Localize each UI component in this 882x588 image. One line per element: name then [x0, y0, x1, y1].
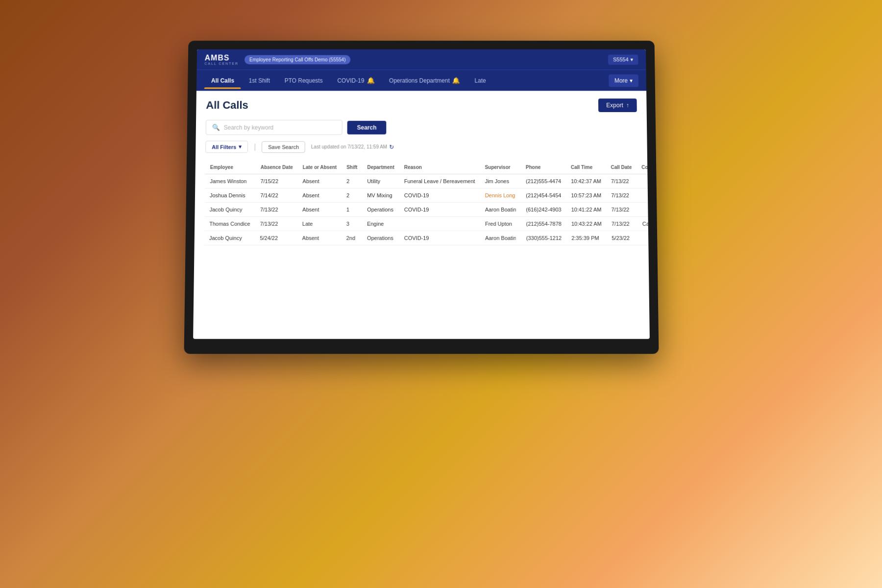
nav-more-label: More [614, 77, 628, 84]
supervisor-link[interactable]: Dennis Long [485, 192, 515, 198]
cell-reason: Funeral Leave / Bereavement [399, 174, 480, 188]
table-header-row: Employee Absence Date Late or Absent Shi… [205, 161, 650, 174]
cell-shift: 3 [342, 217, 362, 231]
cell-supervisor: Aaron Boatin [480, 231, 521, 245]
main-content: All Calls Export ↑ 🔍 Search by keyword S… [194, 91, 648, 253]
logo: AMBS CALL CENTER [204, 54, 239, 65]
table-row: Joshua Dennis 7/14/22 Absent 2 MV Mixing… [205, 188, 650, 203]
cell-reason: COVID-19 [399, 202, 480, 216]
cell-call-date: 5/23/22 [607, 231, 637, 245]
nav-label-all-calls: All Calls [211, 77, 234, 84]
cell-employee: Jacob Quincy [204, 202, 255, 216]
cell-supervisor: Aaron Boatin [480, 202, 521, 216]
covid19-bell-icon: 🔔 [367, 77, 374, 84]
col-header-call-date: Call Date [606, 161, 637, 174]
cell-comments [637, 174, 649, 188]
nav-item-pto-requests[interactable]: PTO Requests [278, 73, 330, 88]
all-filters-label: All Filters [212, 144, 236, 150]
cell-call-date: 7/13/22 [607, 217, 637, 231]
operations-bell-icon: 🔔 [452, 77, 460, 84]
nav-item-covid19[interactable]: COVID-19 🔔 [330, 73, 381, 88]
nav-label-covid19: COVID-19 [337, 77, 364, 84]
cell-employee: James Winston [205, 174, 255, 188]
cell-phone: (330)555-1212 [521, 231, 567, 245]
export-button[interactable]: Export ↑ [598, 98, 637, 112]
all-filters-button[interactable]: All Filters ▾ [205, 141, 248, 153]
nav-label-operations: Operations Department [389, 77, 450, 84]
cell-comments [637, 231, 650, 245]
col-header-late-or-absent: Late or Absent [298, 161, 342, 174]
cell-employee: Thomas Condice [204, 217, 255, 231]
logo-sub: CALL CENTER [204, 62, 239, 65]
search-input[interactable]: Search by keyword [224, 124, 274, 131]
nav-more-button[interactable]: More ▾ [609, 74, 638, 87]
refresh-icon[interactable]: ↻ [389, 143, 394, 150]
laptop-screen: AMBS CALL CENTER Employee Reporting Call… [184, 41, 659, 354]
logo-area: AMBS CALL CENTER Employee Reporting Call… [204, 54, 350, 65]
laptop-wrapper: AMBS CALL CENTER Employee Reporting Call… [186, 39, 701, 480]
filter-dropdown-icon: ▾ [239, 143, 242, 150]
cell-comments [637, 202, 650, 216]
cell-late-or-absent: Absent [297, 202, 342, 216]
demo-badge: Employee Reporting Call Offs Demo (55554… [245, 55, 351, 64]
nav-more-dropdown-icon: ▾ [630, 77, 633, 84]
cell-call-date: 7/13/22 [606, 202, 637, 216]
cell-comments [637, 188, 650, 203]
cell-reason [399, 217, 480, 231]
app-header: AMBS CALL CENTER Employee Reporting Call… [196, 49, 646, 70]
cell-phone: (212)554-7878 [521, 217, 567, 231]
cell-shift: 1 [342, 202, 362, 216]
page-header: All Calls Export ↑ [206, 98, 637, 112]
nav-item-1st-shift[interactable]: 1st Shift [242, 73, 277, 88]
save-search-button[interactable]: Save Search [262, 141, 305, 153]
cell-employee: Joshua Dennis [205, 188, 255, 203]
table-row: Thomas Condice 7/13/22 Late 3 Engine Fre… [204, 217, 650, 231]
cell-late-or-absent: Absent [297, 174, 342, 188]
cell-call-time: 10:41:22 AM [566, 202, 607, 216]
cell-absence-date: 7/15/22 [255, 174, 297, 188]
last-updated-text: Last updated on 7/13/22, 11:59 AM [311, 144, 387, 149]
cell-department: Engine [362, 217, 399, 231]
cell-shift: 2nd [341, 231, 362, 245]
cell-absence-date: 7/14/22 [255, 188, 297, 203]
user-badge[interactable]: S5554 ▾ [608, 54, 638, 65]
cell-late-or-absent: Late [297, 217, 342, 231]
cell-phone: (616)242-4903 [521, 202, 566, 216]
col-header-reason: Reason [399, 161, 480, 174]
cell-department: Operations [362, 231, 399, 245]
col-header-call-time: Call Time [566, 161, 606, 174]
screen-inner: AMBS CALL CENTER Employee Reporting Call… [193, 49, 650, 339]
cell-supervisor: Fred Upton [480, 217, 521, 231]
search-button[interactable]: Search [347, 120, 387, 134]
cell-department: Utility [362, 174, 399, 188]
logo-main: AMBS [205, 54, 239, 62]
cell-reason: COVID-19 [399, 188, 480, 203]
search-icon: 🔍 [212, 124, 220, 131]
col-header-supervisor: Supervisor [480, 161, 521, 174]
cell-supervisor[interactable]: Dennis Long [480, 188, 521, 203]
col-header-absence-date: Absence Date [256, 161, 298, 174]
filter-row: All Filters ▾ | Save Search Last updated… [205, 141, 637, 153]
col-header-shift: Shift [342, 161, 362, 174]
col-header-department: Department [362, 161, 399, 174]
cell-absence-date: 7/13/22 [255, 217, 297, 231]
table-row: Jacob Quincy 5/24/22 Absent 2nd Operatio… [204, 231, 650, 245]
cell-call-time: 2:35:39 PM [566, 231, 607, 245]
nav-item-all-calls[interactable]: All Calls [204, 73, 241, 88]
cell-call-date: 7/13/22 [606, 188, 637, 203]
cell-supervisor: Jim Jones [480, 174, 521, 188]
data-table: Employee Absence Date Late or Absent Shi… [204, 161, 650, 245]
export-label: Export [606, 102, 623, 109]
cell-call-time: 10:42:37 AM [566, 174, 606, 188]
nav-item-operations[interactable]: Operations Department 🔔 [382, 73, 467, 88]
cell-shift: 2 [342, 188, 362, 203]
cell-phone: (212)454-5454 [521, 188, 566, 203]
export-icon: ↑ [626, 102, 629, 109]
cell-employee: Jacob Quincy [204, 231, 255, 245]
cell-call-time: 10:43:22 AM [566, 217, 607, 231]
nav-label-late: Late [475, 77, 486, 84]
nav-item-late[interactable]: Late [468, 73, 493, 88]
table-row: James Winston 7/15/22 Absent 2 Utility F… [205, 174, 650, 188]
cell-late-or-absent: Absent [297, 231, 342, 245]
cell-department: Operations [362, 202, 399, 216]
